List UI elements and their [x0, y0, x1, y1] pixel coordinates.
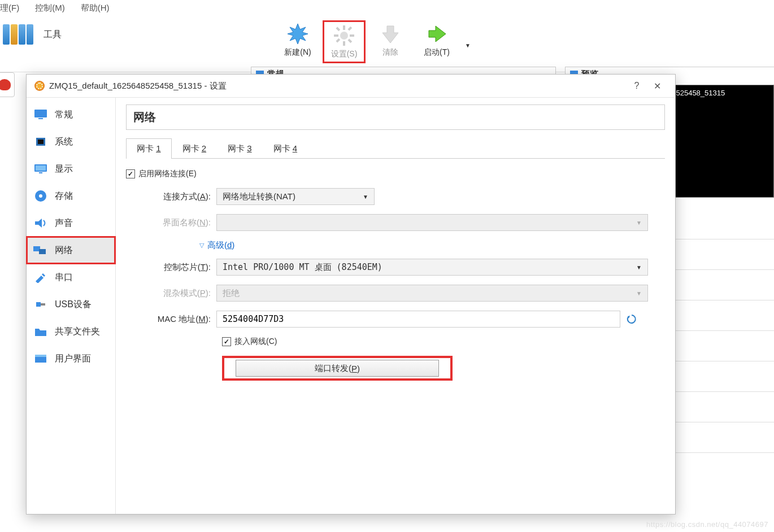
svg-rect-23	[39, 249, 46, 254]
svg-marker-21	[35, 219, 42, 228]
tab-nic2[interactable]: 网卡 2	[172, 138, 218, 159]
nic-tabs: 网卡 1 网卡 2 网卡 3 网卡 4	[126, 138, 665, 159]
sidebar-item-system[interactable]: 系统	[27, 128, 115, 155]
sidebar-item-audio[interactable]: 声音	[27, 210, 115, 237]
sidebar-item-label: 存储	[55, 190, 73, 202]
main-toolbar: 新建(N) 设置(S) 清除 启动(T) ▼	[276, 16, 471, 63]
chip-icon	[33, 136, 48, 148]
mac-input[interactable]	[216, 311, 620, 328]
start-button[interactable]: 启动(T)	[415, 20, 458, 60]
speaker-icon	[33, 217, 48, 229]
enable-network-label: 启用网络连接(E)	[138, 169, 197, 179]
cable-label: 接入网线(C)	[234, 337, 277, 347]
svg-rect-18	[39, 172, 42, 173]
adapter-combo[interactable]: Intel PRO/1000 MT 桌面 (82540EM) ▼	[216, 259, 648, 276]
app-icon	[34, 81, 45, 91]
portfwd-highlight: 端口转发(P)	[222, 356, 453, 381]
content-panel: 网络 网卡 1 网卡 2 网卡 3 网卡 4 启用网络连接(E) 连接方式(A)…	[116, 98, 675, 514]
sidebar-item-ui[interactable]: 用户界面	[27, 345, 115, 372]
svg-marker-24	[36, 276, 44, 283]
sidebar-item-label: 串口	[55, 272, 73, 284]
vm-chip[interactable]: 64	[0, 72, 15, 97]
sidebar-item-serial[interactable]: 串口	[27, 264, 115, 291]
svg-rect-17	[36, 165, 46, 171]
tools-icon	[3, 24, 33, 45]
disk-icon	[33, 190, 48, 202]
attach-value: 网络地址转换(NAT)	[223, 191, 295, 202]
attach-combo[interactable]: 网络地址转换(NAT) ▼	[216, 188, 375, 205]
menu-manage[interactable]: 理(F)	[0, 3, 19, 14]
sidebar-item-storage[interactable]: 存储	[27, 182, 115, 210]
start-dropdown[interactable]: ▼	[465, 42, 471, 49]
folder-icon	[33, 325, 48, 338]
tab-nic1[interactable]: 网卡 1	[126, 138, 172, 159]
menu-help[interactable]: 帮助(H)	[81, 3, 110, 14]
gear-icon	[333, 24, 355, 47]
svg-rect-2	[343, 25, 345, 30]
svg-line-25	[42, 274, 45, 276]
tab-nic4[interactable]: 网卡 4	[263, 138, 308, 159]
sidebar-item-shared[interactable]: 共享文件夹	[27, 318, 115, 345]
sidebar-item-label: 网络	[55, 245, 73, 256]
menubar: 理(F) 控制(M) 帮助(H)	[0, 0, 774, 16]
sidebar-item-network[interactable]: 网络	[27, 237, 115, 264]
svg-rect-12	[34, 110, 47, 117]
svg-marker-11	[429, 26, 446, 42]
display-icon	[33, 163, 48, 175]
port-forwarding-button[interactable]: 端口转发(P)	[236, 360, 439, 377]
chevron-down-icon: ▼	[636, 220, 642, 226]
new-button[interactable]: 新建(N)	[276, 20, 319, 60]
sidebar-item-label: 显示	[55, 163, 73, 175]
settings-button[interactable]: 设置(S)	[323, 20, 366, 63]
sidebar-item-label: 用户界面	[55, 353, 91, 365]
sidebar-item-display[interactable]: 显示	[27, 155, 115, 182]
toolbar: 工具 新建(N) 设置(S) 清除 启动(T) ▼	[0, 16, 774, 72]
svg-rect-13	[38, 118, 43, 119]
menu-control[interactable]: 控制(M)	[35, 3, 65, 14]
chevron-down-icon: ▼	[636, 264, 642, 271]
window-icon	[33, 352, 48, 365]
svg-rect-15	[38, 139, 44, 144]
ifname-label: 界面名称(N):	[126, 217, 216, 228]
dialog-title: ZMQ15_default_1625648525458_51315 - 设置	[49, 81, 227, 91]
chevron-down-icon: ▼	[636, 290, 642, 296]
svg-point-1	[340, 32, 348, 40]
promisc-value: 拒绝	[223, 288, 240, 299]
svg-rect-9	[336, 38, 340, 43]
ifname-combo: ▼	[216, 214, 648, 231]
svg-rect-6	[336, 27, 340, 31]
start-label: 启动(T)	[416, 47, 457, 58]
svg-marker-10	[382, 26, 398, 43]
refresh-mac-button[interactable]	[625, 312, 638, 326]
network-icon	[33, 244, 48, 256]
sidebar: 常规 系统 显示 存储 声音 网络	[27, 98, 116, 514]
attach-label: 连接方式(A):	[126, 191, 216, 202]
tab-nic3[interactable]: 网卡 3	[217, 138, 263, 159]
svg-rect-8	[347, 27, 352, 31]
section-header: 网络	[126, 104, 665, 130]
sidebar-item-general[interactable]: 常规	[27, 101, 115, 128]
refresh-icon	[626, 313, 637, 325]
sidebar-item-usb[interactable]: USB设备	[27, 291, 115, 318]
svg-rect-26	[36, 302, 41, 307]
settings-dialog: ZMQ15_default_1625648525458_51315 - 设置 ?…	[26, 74, 676, 514]
clear-button[interactable]: 清除	[369, 20, 412, 60]
svg-rect-5	[350, 34, 354, 37]
promisc-combo: 拒绝 ▼	[216, 285, 648, 302]
cable-checkbox[interactable]	[222, 337, 231, 346]
right-dividers	[675, 209, 774, 453]
enable-network-checkbox[interactable]	[126, 169, 135, 178]
advanced-expander[interactable]: ▽ 高级(d)	[199, 240, 665, 251]
help-button[interactable]: ?	[627, 81, 647, 91]
settings-label: 设置(S)	[325, 49, 363, 59]
svg-rect-7	[347, 38, 352, 43]
preview-panel: 48525458_51315	[664, 85, 774, 198]
close-button[interactable]: ✕	[647, 81, 667, 91]
plug-icon	[33, 271, 48, 284]
arrow-down-icon	[379, 23, 402, 45]
svg-rect-4	[334, 34, 338, 37]
svg-rect-27	[41, 303, 45, 306]
sidebar-item-label: 声音	[55, 217, 73, 229]
sidebar-item-label: 常规	[55, 109, 73, 121]
tools-label: 工具	[44, 29, 62, 41]
